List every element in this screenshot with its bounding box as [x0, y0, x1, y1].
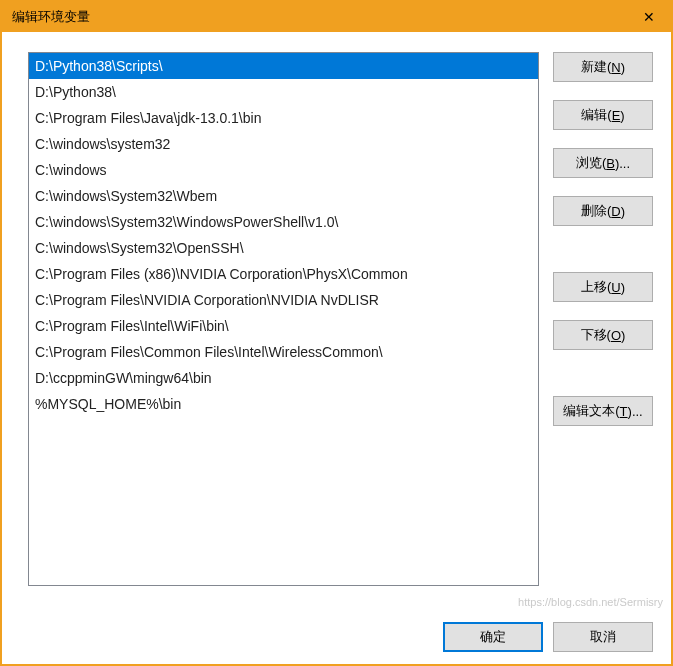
dialog-content: D:\Python38\Scripts\D:\Python38\C:\Progr… — [2, 32, 671, 664]
list-item[interactable]: C:\Program Files\NVIDIA Corporation\NVID… — [29, 287, 538, 313]
browse-button[interactable]: 浏览(B)... — [553, 148, 653, 178]
bottom-buttons: 确定 取消 — [28, 608, 653, 652]
window-title: 编辑环境变量 — [12, 8, 90, 26]
path-listbox[interactable]: D:\Python38\Scripts\D:\Python38\C:\Progr… — [28, 52, 539, 586]
list-item[interactable]: C:\Program Files\Java\jdk-13.0.1\bin — [29, 105, 538, 131]
list-item[interactable]: %MYSQL_HOME%\bin — [29, 391, 538, 417]
list-item[interactable]: D:\ccppminGW\mingw64\bin — [29, 365, 538, 391]
list-item[interactable]: D:\Python38\Scripts\ — [29, 53, 538, 79]
list-item[interactable]: C:\Program Files\Intel\WiFi\bin\ — [29, 313, 538, 339]
list-item[interactable]: C:\Program Files (x86)\NVIDIA Corporatio… — [29, 261, 538, 287]
edit-text-button[interactable]: 编辑文本(T)... — [553, 396, 653, 426]
list-item[interactable]: C:\windows\System32\WindowsPowerShell\v1… — [29, 209, 538, 235]
main-row: D:\Python38\Scripts\D:\Python38\C:\Progr… — [28, 52, 653, 594]
list-item[interactable]: C:\Program Files\Common Files\Intel\Wire… — [29, 339, 538, 365]
titlebar: 编辑环境变量 ✕ — [2, 2, 671, 32]
list-item[interactable]: C:\windows\System32\Wbem — [29, 183, 538, 209]
ok-button[interactable]: 确定 — [443, 622, 543, 652]
close-icon: ✕ — [643, 9, 655, 25]
side-buttons: 新建(N) 编辑(E) 浏览(B)... 删除(D) 上移(U) 下移(O) 编… — [553, 52, 653, 594]
list-item[interactable]: D:\Python38\ — [29, 79, 538, 105]
cancel-button[interactable]: 取消 — [553, 622, 653, 652]
close-button[interactable]: ✕ — [626, 2, 671, 32]
edit-button[interactable]: 编辑(E) — [553, 100, 653, 130]
list-item[interactable]: C:\windows\system32 — [29, 131, 538, 157]
move-up-button[interactable]: 上移(U) — [553, 272, 653, 302]
new-button[interactable]: 新建(N) — [553, 52, 653, 82]
delete-button[interactable]: 删除(D) — [553, 196, 653, 226]
list-item[interactable]: C:\windows\System32\OpenSSH\ — [29, 235, 538, 261]
move-down-button[interactable]: 下移(O) — [553, 320, 653, 350]
list-item[interactable]: C:\windows — [29, 157, 538, 183]
